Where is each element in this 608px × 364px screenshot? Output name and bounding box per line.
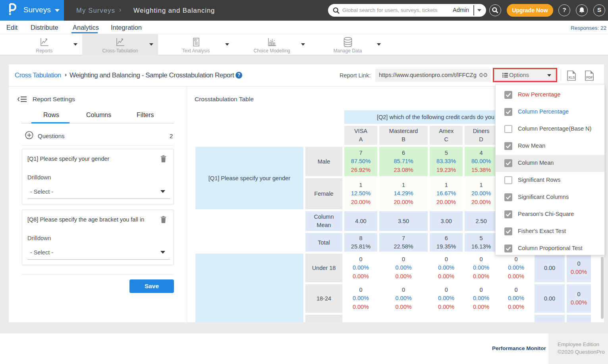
svg-text:PDF: PDF (586, 75, 593, 79)
svg-text:XLS: XLS (568, 75, 575, 79)
